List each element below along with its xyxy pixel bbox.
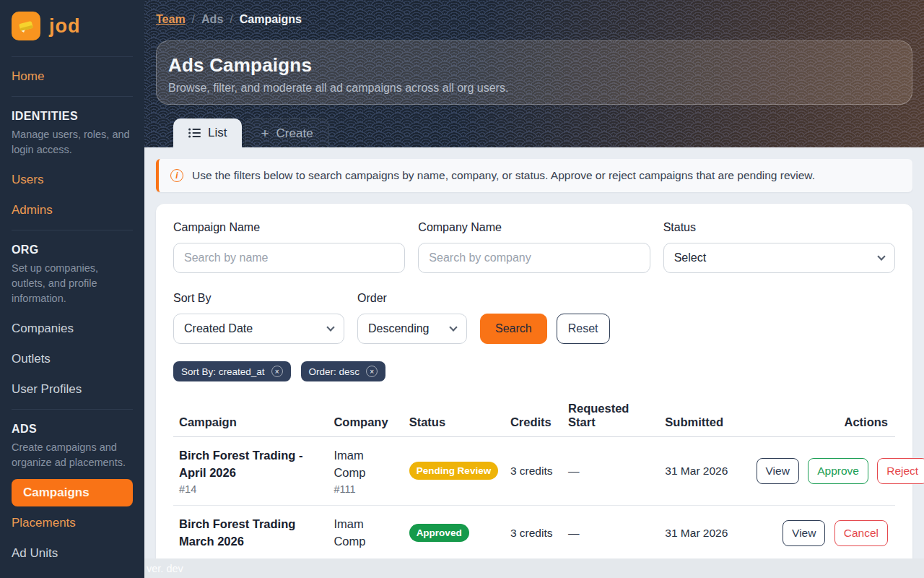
approve-button[interactable]: Approve xyxy=(808,458,868,484)
app-logo[interactable]: jod xyxy=(0,0,144,52)
reset-button[interactable]: Reset xyxy=(557,314,610,344)
col-requested-start: Requested Start xyxy=(561,397,658,437)
breadcrumb-team[interactable]: Team xyxy=(156,13,186,26)
reject-button[interactable]: Reject xyxy=(877,458,924,484)
sidebar-divider xyxy=(12,409,133,410)
list-icon xyxy=(188,128,201,138)
chip-label: Order: desc xyxy=(309,366,360,377)
view-button[interactable]: View xyxy=(783,520,825,546)
sidebar-item-outlets[interactable]: Outlets xyxy=(0,344,144,374)
col-submitted: Submitted xyxy=(658,397,743,437)
section-description: Create campaigns and organize ad placeme… xyxy=(12,440,133,470)
company-cell: Imam Comp xyxy=(326,505,401,561)
breadcrumb-ads: Ads xyxy=(201,13,223,26)
status-label: Status xyxy=(663,221,895,234)
chevron-down-icon xyxy=(877,252,885,260)
tab-list-label: List xyxy=(208,126,227,140)
page-header-card: Ads Campaigns Browse, filter, and modera… xyxy=(156,40,912,105)
chevron-down-icon xyxy=(326,323,334,331)
page-subtitle: Browse, filter, and moderate all ad camp… xyxy=(168,82,900,95)
remove-chip-icon[interactable]: × xyxy=(271,366,283,377)
campaign-name: Birch Forest Trading March 2026 xyxy=(179,516,319,551)
sidebar-divider xyxy=(12,230,133,230)
order-select[interactable]: Descending xyxy=(357,314,467,344)
company-name-input[interactable] xyxy=(418,243,650,273)
campaign-cell: Birch Forest Trading - April 2026 #14 xyxy=(173,437,326,506)
status-badge: Approved xyxy=(409,524,469,542)
sidebar-item-admins[interactable]: Admins xyxy=(0,195,144,225)
company-name: Imam Comp xyxy=(334,516,380,551)
tab-list[interactable]: List xyxy=(173,118,242,147)
sidebar-divider xyxy=(12,56,133,57)
table-row: Birch Forest Trading - April 2026 #14 Im… xyxy=(173,437,895,506)
version-label: ver. dev xyxy=(147,563,183,574)
info-alert-text: Use the filters below to search campaign… xyxy=(192,169,815,182)
view-button[interactable]: View xyxy=(757,458,799,484)
logo-text: jod xyxy=(49,15,81,38)
sidebar-item-home[interactable]: Home xyxy=(0,61,144,92)
info-icon: i xyxy=(170,169,183,182)
col-status: Status xyxy=(402,397,503,437)
table-row: Birch Forest Trading March 2026 Imam Com… xyxy=(173,505,895,561)
section-description: Manage users, roles, and login access. xyxy=(12,127,133,158)
sidebar-item-placements[interactable]: Placements xyxy=(0,508,144,538)
sidebar-section-identities: IDENTITIES Manage users, roles, and logi… xyxy=(0,101,144,165)
company-id: #111 xyxy=(334,483,394,495)
status-select-value: Select xyxy=(674,251,706,264)
sort-row: Sort By Created Date Order Descending xyxy=(173,292,895,344)
cancel-button[interactable]: Cancel xyxy=(834,520,888,546)
campaign-name-label: Campaign Name xyxy=(173,221,405,234)
campaign-cell: Birch Forest Trading March 2026 xyxy=(173,505,326,561)
filter-buttons: Search Reset xyxy=(480,314,610,344)
requested-start-cell: — xyxy=(561,437,658,506)
credits-cell: 3 credits xyxy=(503,505,561,561)
main-area: Team / Ads / Campaigns Ads Campaigns Bro… xyxy=(144,0,924,578)
sidebar-item-companies[interactable]: Companies xyxy=(0,314,144,344)
status-field: Status Select xyxy=(663,221,895,273)
tab-create[interactable]: + Create xyxy=(245,118,328,147)
campaign-name: Birch Forest Trading - April 2026 xyxy=(179,447,319,482)
order-select-value: Descending xyxy=(368,322,430,335)
submitted-cell: 31 Mar 2026 xyxy=(658,505,743,561)
breadcrumb: Team / Ads / Campaigns xyxy=(144,0,924,35)
plus-icon: + xyxy=(261,126,269,140)
filter-row: Campaign Name Company Name Status Select xyxy=(173,221,895,273)
search-button[interactable]: Search xyxy=(480,314,547,344)
sidebar-item-user-profiles[interactable]: User Profiles xyxy=(0,374,144,405)
campaign-name-input[interactable] xyxy=(173,243,405,273)
company-name-label: Company Name xyxy=(418,221,650,234)
sidebar-item-ad-units[interactable]: Ad Units xyxy=(0,538,144,569)
section-description: Set up companies, outlets, and profile i… xyxy=(12,261,133,306)
info-alert: i Use the filters below to search campai… xyxy=(156,159,912,192)
active-filter-chips: Sort By: created_at × Order: desc × xyxy=(173,361,895,381)
col-actions: Actions xyxy=(744,397,895,437)
sort-by-select-value: Created Date xyxy=(184,322,253,335)
col-credits: Credits xyxy=(503,397,561,437)
chevron-down-icon xyxy=(449,323,457,331)
page-title: Ads Campaigns xyxy=(168,54,900,77)
remove-chip-icon[interactable]: × xyxy=(366,366,378,377)
campaigns-table: Campaign Company Status Credits Requeste… xyxy=(173,397,895,561)
status-cell: Approved xyxy=(402,505,503,561)
order-field: Order Descending xyxy=(357,292,467,344)
actions-cell: View Cancel xyxy=(744,505,895,561)
section-title: IDENTITIES xyxy=(12,110,133,123)
credits-cell: 3 credits xyxy=(503,437,561,506)
sidebar-section-org: ORG Set up companies, outlets, and profi… xyxy=(0,235,144,314)
chip-order: Order: desc × xyxy=(301,361,386,381)
sidebar-divider xyxy=(12,96,133,97)
section-title: ADS xyxy=(12,423,133,436)
order-label: Order xyxy=(357,292,467,305)
sidebar-item-users[interactable]: Users xyxy=(0,165,144,195)
status-select[interactable]: Select xyxy=(663,243,895,273)
sidebar-item-campaigns[interactable]: Campaigns xyxy=(12,479,133,506)
sort-by-field: Sort By Created Date xyxy=(173,292,344,344)
actions-cell: View Approve Reject xyxy=(744,437,895,506)
filters-and-table-card: Campaign Name Company Name Status Select xyxy=(156,204,912,574)
sort-by-select[interactable]: Created Date xyxy=(173,314,344,344)
content-panel: i Use the filters below to search campai… xyxy=(144,147,924,574)
sidebar-section-ads: ADS Create campaigns and organize ad pla… xyxy=(0,414,144,478)
logo-icon xyxy=(12,12,40,40)
campaign-name-field: Campaign Name xyxy=(173,221,405,273)
status-cell: Pending Review xyxy=(402,437,503,506)
